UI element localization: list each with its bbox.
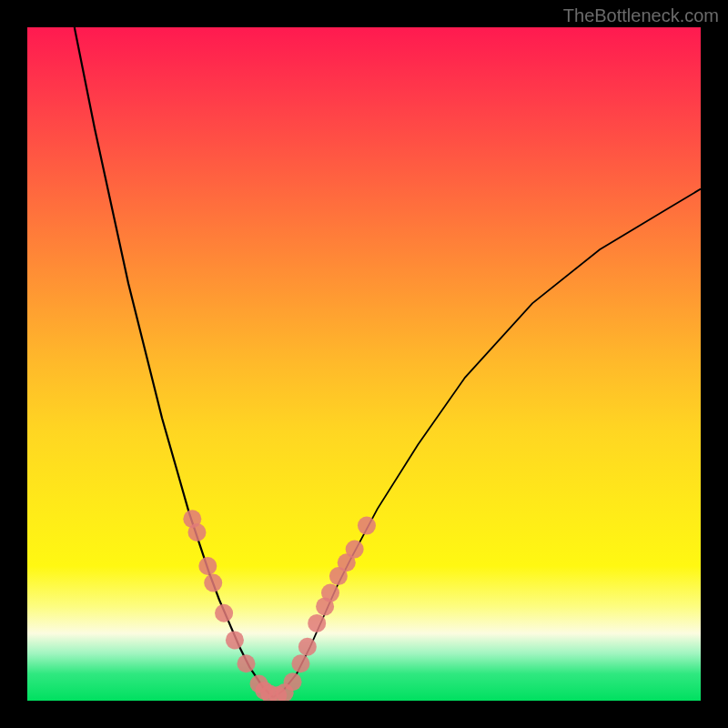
marker-point: [198, 557, 217, 575]
marker-point: [321, 584, 339, 602]
marker-point: [284, 672, 302, 691]
marker-point: [291, 654, 309, 672]
marker-point: [358, 517, 376, 535]
marker-point: [187, 523, 206, 541]
marker-point: [346, 541, 364, 559]
marker-point: [298, 638, 317, 656]
right-curve: [273, 189, 701, 698]
highlight-markers: [183, 510, 376, 701]
chart-svg: [27, 27, 701, 701]
plot-area: [27, 27, 701, 701]
marker-point: [308, 614, 326, 632]
marker-point: [204, 574, 222, 592]
marker-point: [215, 604, 233, 622]
marker-point: [238, 654, 256, 672]
left-curve: [75, 27, 273, 697]
marker-point: [226, 631, 244, 649]
watermark-text: TheBottleneck.com: [563, 5, 719, 26]
chart-container: TheBottleneck.com: [0, 0, 728, 728]
